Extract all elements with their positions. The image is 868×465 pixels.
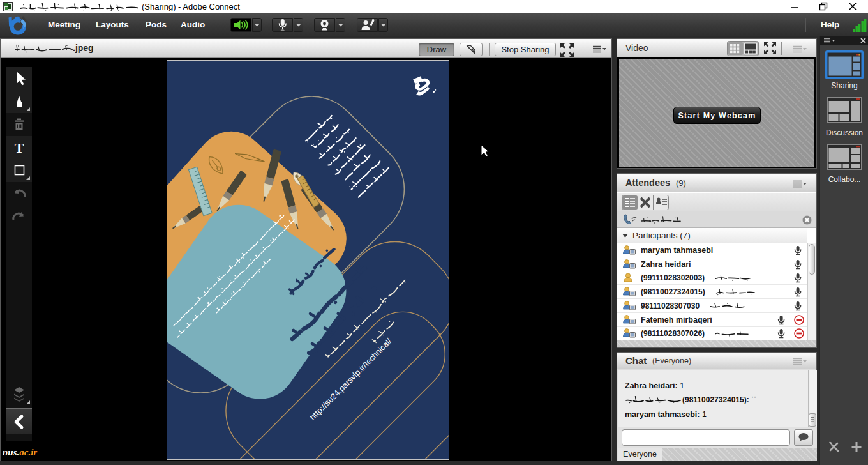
svg-text:T: T [15,140,24,156]
